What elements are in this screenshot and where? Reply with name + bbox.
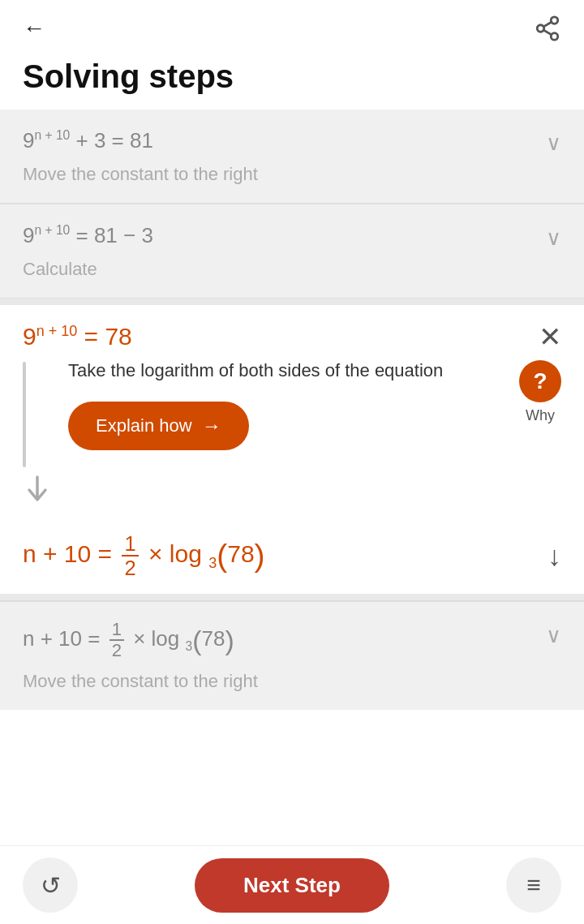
step-2-chevron-icon[interactable]: ∨	[546, 226, 561, 251]
undo-icon: ↺	[41, 871, 61, 900]
why-circle: ?	[519, 360, 561, 402]
share-icon[interactable]	[534, 15, 561, 42]
notes-icon: ≡	[526, 871, 541, 899]
step-1-chevron-icon[interactable]: ∨	[546, 131, 561, 156]
svg-line-4	[543, 22, 552, 27]
step-2-description: Calculate	[23, 259, 561, 280]
section-separator	[0, 299, 584, 305]
next-step-button[interactable]: Next Step	[195, 858, 389, 913]
step-1-equation: 9n + 10 + 3 = 81	[23, 127, 153, 155]
explain-how-button[interactable]: Explain how →	[68, 402, 249, 450]
bottom-step-chevron-icon[interactable]: ∨	[546, 623, 561, 648]
step-2-equation: 9n + 10 = 81 − 3	[23, 222, 153, 250]
undo-button[interactable]: ↺	[23, 857, 78, 913]
notes-button[interactable]: ≡	[506, 857, 561, 913]
bottom-fraction: 1 2	[110, 620, 124, 661]
back-button[interactable]: ←	[23, 15, 45, 41]
down-arrow-icon	[23, 474, 52, 503]
download-icon[interactable]: ↓	[548, 540, 561, 572]
arrow-icon: →	[202, 415, 221, 437]
bottom-toolbar: ↺ Next Step ≡	[0, 845, 584, 924]
active-equation: 9n + 10 = 78	[23, 323, 132, 350]
result-separator	[0, 594, 584, 600]
page-title: Solving steps	[0, 50, 584, 110]
active-equation-row: 9n + 10 = 78 ✕	[23, 323, 561, 350]
fraction: 1 2	[122, 532, 138, 579]
vertical-divider	[23, 362, 26, 467]
explanation-content: Take the logarithm of both sides of the …	[68, 359, 511, 450]
bottom-step-section: n + 10 = 1 2 × log 3(78) ∨ Move the cons…	[0, 600, 584, 710]
active-step-section: 9n + 10 = 78 ✕ Take the logarithm of bot…	[0, 305, 584, 524]
header: ←	[0, 0, 584, 50]
step-1-section: 9n + 10 + 3 = 81 ∨ Move the constant to …	[0, 110, 584, 204]
step-2-section: 9n + 10 = 81 − 3 ∨ Calculate	[0, 204, 584, 299]
bottom-step-row: n + 10 = 1 2 × log 3(78) ∨	[23, 620, 561, 661]
close-icon[interactable]: ✕	[539, 323, 561, 350]
bottom-step-description: Move the constant to the right	[23, 671, 561, 692]
result-equation-row: n + 10 = 1 2 × log 3(78) ↓	[0, 524, 584, 594]
explanation-text: Take the logarithm of both sides of the …	[68, 359, 511, 384]
bottom-step-equation: n + 10 = 1 2 × log 3(78)	[23, 620, 234, 661]
svg-line-3	[543, 30, 552, 35]
why-button[interactable]: ? Why	[519, 360, 561, 424]
step-1-description: Move the constant to the right	[23, 164, 561, 185]
result-equation: n + 10 = 1 2 × log 3(78)	[23, 532, 265, 579]
why-label: Why	[526, 407, 555, 424]
